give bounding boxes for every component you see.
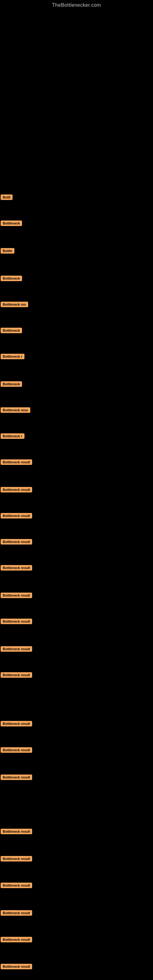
bottleneck-badge-row: Bottleneck result xyxy=(1,460,32,466)
bottleneck-result-badge: Bottleneck result xyxy=(1,775,32,780)
bottleneck-badge-row: Bottleneck result xyxy=(1,829,32,835)
bottleneck-badge-row: Bottleneck result xyxy=(1,565,32,572)
bottleneck-result-badge: Bottleneck xyxy=(1,275,22,281)
bottleneck-badge-row: Bottleneck result xyxy=(1,539,32,546)
bottleneck-badge-row: Bottleneck result xyxy=(1,856,32,863)
bottleneck-result-badge: Bottleneck result xyxy=(1,883,32,888)
bottleneck-result-badge: Bottleneck result xyxy=(1,747,32,753)
bottleneck-badge-row: Bottleneck xyxy=(1,381,22,388)
bottleneck-badge-row: Bottleneck r xyxy=(1,354,24,360)
bottleneck-result-badge: Bottleneck result xyxy=(1,460,32,465)
bottleneck-badge-row: Bottleneck result xyxy=(1,593,32,599)
bottleneck-badge-row: Bottl xyxy=(1,194,13,201)
bottleneck-badge-row: Bottleneck result xyxy=(1,513,32,520)
bottleneck-badge-row: Bottleneck result xyxy=(1,937,32,943)
bottleneck-result-badge: Bottle xyxy=(1,248,14,254)
bottleneck-result-badge: Bottleneck r xyxy=(1,354,24,359)
bottleneck-result-badge: Bottl xyxy=(1,194,13,200)
bottleneck-result-badge: Bottleneck resu xyxy=(1,407,30,413)
bottleneck-result-badge: Bottleneck result xyxy=(1,487,32,492)
bottleneck-badge-row: Bottleneck result xyxy=(1,646,32,653)
bottleneck-result-badge: Bottleneck result xyxy=(1,964,32,969)
site-title: TheBottlenecker.com xyxy=(0,0,153,8)
bottleneck-result-badge: Bottleneck result xyxy=(1,565,32,571)
bottleneck-badge-row: Bottleneck resu xyxy=(1,407,30,414)
bottleneck-badge-row: Bottleneck res xyxy=(1,302,28,309)
bottleneck-badge-row: Bottleneck result xyxy=(1,775,32,781)
bottleneck-result-badge: Bottleneck xyxy=(1,221,22,226)
bottleneck-result-badge: Bottleneck res xyxy=(1,302,28,307)
bottleneck-badge-row: Bottleneck result xyxy=(1,619,32,625)
bottleneck-result-badge: Bottleneck result xyxy=(1,646,32,652)
bottleneck-result-badge: Bottleneck xyxy=(1,381,22,387)
bottleneck-badge-row: Bottle xyxy=(1,248,14,255)
bottleneck-badge-row: Bottleneck r xyxy=(1,433,24,440)
bottleneck-result-badge: Bottleneck xyxy=(1,328,22,333)
bottleneck-badge-row: Bottleneck xyxy=(1,221,22,227)
bottleneck-badge-row: Bottleneck result xyxy=(1,672,32,679)
bottleneck-result-badge: Bottleneck result xyxy=(1,672,32,678)
bottleneck-badge-row: Bottleneck result xyxy=(1,910,32,917)
bottleneck-badge-row: Bottleneck result xyxy=(1,964,32,970)
bottleneck-result-badge: Bottleneck result xyxy=(1,513,32,519)
bottleneck-result-badge: Bottleneck result xyxy=(1,856,32,861)
bottleneck-badge-row: Bottleneck xyxy=(1,275,22,282)
bottleneck-result-badge: Bottleneck result xyxy=(1,910,32,916)
bottleneck-result-badge: Bottleneck result xyxy=(1,829,32,834)
bottleneck-result-badge: Bottleneck result xyxy=(1,593,32,598)
bottleneck-result-badge: Bottleneck result xyxy=(1,937,32,942)
bottleneck-result-badge: Bottleneck result xyxy=(1,619,32,624)
bottleneck-badge-row: Bottleneck result xyxy=(1,883,32,889)
bottleneck-badge-row: Bottleneck result xyxy=(1,721,32,728)
bottleneck-result-badge: Bottleneck result xyxy=(1,721,32,726)
bottleneck-result-badge: Bottleneck r xyxy=(1,433,24,439)
bottleneck-badge-row: Bottleneck result xyxy=(1,747,32,754)
bottleneck-badge-row: Bottleneck result xyxy=(1,487,32,494)
bottleneck-result-badge: Bottleneck result xyxy=(1,539,32,544)
bottleneck-badge-row: Bottleneck xyxy=(1,328,22,334)
